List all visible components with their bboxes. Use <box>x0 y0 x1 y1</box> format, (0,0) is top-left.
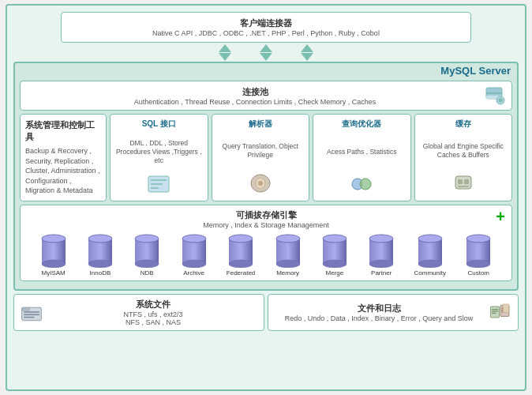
connection-pool-box: 连接池 Authentication , Thread Reuse , Conn… <box>20 81 512 111</box>
mysql-server-box: MySQL Server 连接池 Authentication , Thread… <box>13 62 519 291</box>
cylinder-shape-innodb <box>86 232 114 268</box>
files-logs-content: 文件和日志 Redo , Undo , Data , Index , Binar… <box>275 303 483 322</box>
svg-rect-16 <box>458 186 469 187</box>
arrow-up-2 <box>260 44 272 52</box>
sql-interface-icon <box>147 175 170 197</box>
cylinder-label-community: Community <box>414 269 445 276</box>
connection-pool-icon <box>483 85 505 107</box>
bottom-row: 系统文件 NTFS , ufs , ext2/3 NFS , SAN , NAS… <box>13 294 519 331</box>
svg-point-47 <box>369 260 393 268</box>
arrow-pair-3 <box>301 44 313 61</box>
cylinder-community: Community <box>414 232 445 276</box>
arrow-down-1 <box>219 53 231 61</box>
svg-rect-61 <box>24 317 34 318</box>
mysql-server-label: MySQL Server <box>440 65 511 77</box>
files-logs-box: 文件和日志 Redo , Undo , Data , Index , Binar… <box>268 294 519 331</box>
cylinder-federated: Federated <box>227 232 255 276</box>
cylinder-innodb: InnoDB <box>86 232 114 276</box>
svg-point-39 <box>276 260 300 268</box>
middle-row: 系统管理和控制工具 Backup & Recovery , Security, … <box>20 114 512 201</box>
cylinder-shape-community <box>416 232 444 268</box>
svg-point-55 <box>466 260 490 268</box>
svg-rect-15 <box>464 179 469 184</box>
cylinder-label-custom: Custom <box>467 269 489 276</box>
svg-point-43 <box>323 260 347 268</box>
arrow-up-1 <box>219 44 231 52</box>
main-container: 客户端连接器 Native C API , JDBC , ODBC , .NET… <box>6 4 526 391</box>
parser-icon <box>249 173 272 197</box>
svg-point-4 <box>499 99 503 103</box>
optimizer-box: 查询优化器 Acess Paths , Statistics <box>313 114 411 201</box>
system-files-box: 系统文件 NTFS , ufs , ext2/3 NFS , SAN , NAS <box>13 294 264 331</box>
cylinder-shape-archive <box>180 232 208 268</box>
parser-box: 解析器 Query Translation, Object Privilege <box>212 114 310 201</box>
optimizer-subtitle: Acess Paths , Statistics <box>327 148 396 156</box>
cylinder-shape-federated <box>227 232 255 268</box>
system-files-icon <box>21 301 43 323</box>
cylinder-label-partner: Partner <box>371 269 392 276</box>
system-tools-title: 系统管理和控制工具 <box>25 119 101 143</box>
svg-point-19 <box>42 260 66 268</box>
system-files-content: 系统文件 NTFS , ufs , ext2/3 NFS , SAN , NAS <box>49 299 257 326</box>
storage-section-box: + 可插拔存储引擎 Memory , Index & Storage Manag… <box>20 205 512 281</box>
files-logs-title: 文件和日志 <box>275 303 483 314</box>
cylinder-myisam: MyISAM <box>39 232 68 276</box>
caches-box: 缓存 Global and Engine Specific Caches & B… <box>414 114 513 201</box>
sql-interface-subtitle: DML , DDL , Stored Procedures Views ,Tri… <box>114 139 204 165</box>
arrow-down-3 <box>301 53 313 61</box>
parser-title: 解析器 <box>249 118 272 130</box>
cylinder-custom: Custom <box>464 232 493 276</box>
sql-components-row: SQL 接口 DML , DDL , Stored Procedures Vie… <box>110 114 512 201</box>
cylinder-label-federated: Federated <box>227 269 255 276</box>
system-files-subtitle: NTFS , ufs , ext2/3 NFS , SAN , NAS <box>49 310 257 326</box>
cylinder-label-memory: Memory <box>276 269 299 276</box>
cylinder-label-ndb: NDB <box>140 269 154 276</box>
arrow-pair-2 <box>260 44 272 61</box>
cylinder-label-innodb: InnoDB <box>90 269 111 276</box>
cylinder-label-archive: Archive <box>183 269 204 276</box>
client-connector-subtitle: Native C API , JDBC , ODBC , .NET , PHP … <box>69 29 463 37</box>
plus-icon: + <box>496 209 505 224</box>
storage-title: 可插拔存储引擎 <box>27 209 505 221</box>
svg-rect-70 <box>503 304 509 313</box>
svg-point-35 <box>229 260 253 268</box>
storage-header: 可插拔存储引擎 Memory , Index & Storage Managem… <box>27 209 505 229</box>
cylinder-archive: Archive <box>180 232 208 276</box>
svg-rect-63 <box>492 310 498 310</box>
connection-pool-subtitle: Authentication , Thread Reuse , Connecti… <box>27 98 483 106</box>
cylinder-shape-myisam <box>39 232 68 268</box>
arrow-pair-1 <box>219 44 231 61</box>
connection-pool-content: 连接池 Authentication , Thread Reuse , Conn… <box>27 86 483 106</box>
svg-rect-14 <box>458 179 463 184</box>
cylinder-ndb: NDB <box>133 232 161 276</box>
cylinder-partner: Partner <box>367 232 395 276</box>
arrow-down-2 <box>260 53 272 61</box>
caches-title: 缓存 <box>455 118 471 130</box>
cylinder-shape-partner <box>367 232 395 268</box>
cylinder-label-myisam: MyISAM <box>42 269 66 276</box>
sql-interface-title: SQL 接口 <box>142 118 176 130</box>
cylinders-row: MyISAM InnoDB <box>27 232 505 276</box>
optimizer-icon <box>350 175 373 197</box>
system-tools-box: 系统管理和控制工具 Backup & Recovery , Security, … <box>20 114 107 201</box>
arrow-up-3 <box>301 44 313 52</box>
svg-point-23 <box>88 260 112 268</box>
files-logs-subtitle: Redo , Undo , Data , Index , Binary , Er… <box>275 314 483 322</box>
caches-icon <box>452 173 474 197</box>
svg-point-10 <box>258 181 263 186</box>
cylinder-label-merge: Merge <box>326 269 344 276</box>
cylinder-memory: Memory <box>274 232 302 276</box>
system-files-title: 系统文件 <box>49 299 257 310</box>
svg-rect-64 <box>492 311 498 312</box>
optimizer-title: 查询优化器 <box>342 118 381 130</box>
svg-point-51 <box>418 260 442 268</box>
cylinder-shape-custom <box>464 232 493 268</box>
cylinder-shape-merge <box>320 232 349 268</box>
svg-rect-65 <box>492 313 496 314</box>
connection-pool-title: 连接池 <box>27 86 483 98</box>
svg-rect-59 <box>24 312 39 314</box>
client-connector-box: 客户端连接器 Native C API , JDBC , ODBC , .NET… <box>61 12 471 43</box>
files-logs-icon <box>489 301 511 323</box>
client-connector-title: 客户端连接器 <box>69 17 463 29</box>
storage-subtitle: Memory , Index & Storage Management <box>27 221 505 229</box>
